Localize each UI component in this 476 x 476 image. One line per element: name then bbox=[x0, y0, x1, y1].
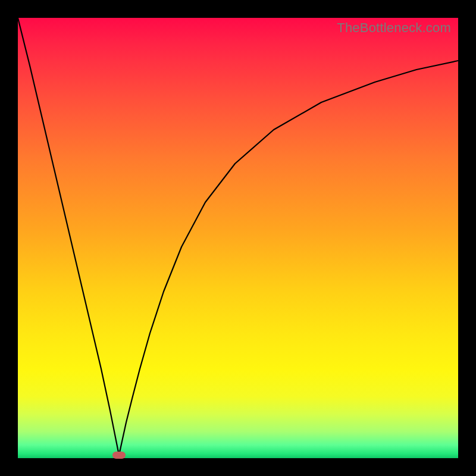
chart-frame: TheBottleneck.com bbox=[0, 0, 476, 476]
watermark-text: TheBottleneck.com bbox=[337, 20, 451, 36]
bottleneck-marker bbox=[112, 452, 126, 459]
curve-svg bbox=[18, 18, 458, 458]
plot-area: TheBottleneck.com bbox=[18, 18, 458, 458]
curve-path bbox=[18, 18, 458, 455]
